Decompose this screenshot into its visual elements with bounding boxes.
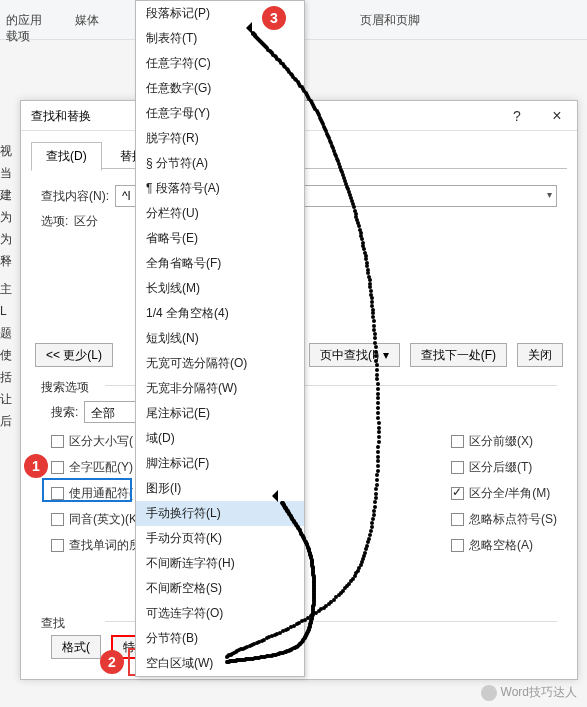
menu-item-nonbreak-hyphen[interactable]: 不间断连字符(H)	[136, 551, 304, 576]
wechat-icon	[481, 685, 497, 701]
menu-item-endnote[interactable]: 尾注标记(E)	[136, 401, 304, 426]
check-match-prefix[interactable]: 区分前缀(X)	[451, 431, 557, 451]
ribbon-label-addins: 载项	[6, 28, 30, 45]
menu-item-optional-break[interactable]: 无宽可选分隔符(O)	[136, 351, 304, 376]
menu-item-section-break[interactable]: 分节符(B)	[136, 626, 304, 651]
menu-item-manual-line-break[interactable]: 手动换行符(L)	[136, 501, 304, 526]
menu-item-any-letter[interactable]: 任意字母(Y)	[136, 101, 304, 126]
menu-item-any-digit[interactable]: 任意数字(G)	[136, 76, 304, 101]
check-all-forms[interactable]: 查找单词的所	[51, 535, 141, 555]
check-ignore-punct[interactable]: 忽略标点符号(S)	[451, 509, 557, 529]
menu-item-ellipsis[interactable]: 省略号(E)	[136, 226, 304, 251]
less-button[interactable]: << 更少(L)	[35, 343, 113, 367]
close-button[interactable]: ×	[537, 101, 577, 131]
menu-item-caret[interactable]: 脱字符(R)	[136, 126, 304, 151]
menu-item-footnote[interactable]: 脚注标记(F)	[136, 451, 304, 476]
watermark-text: Word技巧达人	[501, 684, 577, 701]
dialog-title: 查找和替换	[31, 108, 91, 125]
cancel-button[interactable]: 关闭	[517, 343, 563, 367]
find-group-label: 查找	[41, 615, 65, 632]
menu-item-em-dash[interactable]: 长划线(M)	[136, 276, 304, 301]
options-label: 选项:	[41, 213, 68, 230]
special-format-menu: 段落标记(P) 制表符(T) 任意字符(C) 任意数字(G) 任意字母(Y) 脱…	[135, 0, 305, 677]
ribbon-label-headerfooter: 页眉和页脚	[360, 12, 420, 29]
menu-item-paragraph-char[interactable]: ¶ 段落符号(A)	[136, 176, 304, 201]
menu-item-manual-page-break[interactable]: 手动分页符(K)	[136, 526, 304, 551]
find-content-label: 查找内容(N):	[41, 188, 109, 205]
options-value: 区分	[74, 213, 98, 230]
step-badge-3: 3	[262, 6, 286, 30]
background-text-strip: 视当建为为释 主L题 使括让后	[0, 140, 18, 432]
check-match-suffix[interactable]: 区分后缀(T)	[451, 457, 557, 477]
menu-item-graphic[interactable]: 图形(I)	[136, 476, 304, 501]
search-options-group: 搜索选项	[41, 379, 89, 396]
ribbon-label-apps: 的应用	[6, 12, 42, 29]
search-direction-label: 搜索:	[51, 404, 78, 421]
menu-item-optional-hyphen[interactable]: 可选连字符(O)	[136, 601, 304, 626]
left-options-column: 区分大小写( 全字匹配(Y) 使用通配符( 同音(英文)(K) 查找单词的所	[51, 431, 141, 555]
menu-item-section-char[interactable]: § 分节符(A)	[136, 151, 304, 176]
menu-item-nonbreak-space[interactable]: 不间断空格(S)	[136, 576, 304, 601]
menu-item-en-dash[interactable]: 短划线(N)	[136, 326, 304, 351]
watermark: Word技巧达人	[481, 684, 577, 701]
check-ignore-space[interactable]: 忽略空格(A)	[451, 535, 557, 555]
check-sounds-like[interactable]: 同音(英文)(K)	[51, 509, 141, 529]
right-options-column: 区分前缀(X) 区分后缀(T) 区分全/半角(M) 忽略标点符号(S) 忽略空格…	[451, 431, 557, 555]
menu-item-quarter-em[interactable]: 1/4 全角空格(4)	[136, 301, 304, 326]
check-whole-word[interactable]: 全字匹配(Y)	[51, 457, 141, 477]
tab-find[interactable]: 查找(D)	[31, 142, 102, 171]
reading-highlight-button[interactable]: 页中查找(I) ▾	[309, 343, 400, 367]
ribbon-label-media: 媒体	[75, 12, 99, 29]
format-button[interactable]: 格式(	[51, 635, 101, 659]
check-match-case[interactable]: 区分大小写(	[51, 431, 141, 451]
check-full-half[interactable]: 区分全/半角(M)	[451, 483, 557, 503]
check-use-wildcards[interactable]: 使用通配符(	[51, 483, 141, 503]
menu-item-column-break[interactable]: 分栏符(U)	[136, 201, 304, 226]
step-badge-2: 2	[100, 650, 124, 674]
step-badge-1: 1	[24, 454, 48, 478]
menu-item-field[interactable]: 域(D)	[136, 426, 304, 451]
help-button[interactable]: ?	[497, 101, 537, 131]
menu-item-full-ellipsis[interactable]: 全角省略号(F)	[136, 251, 304, 276]
find-next-button[interactable]: 查找下一处(F)	[410, 343, 507, 367]
menu-item-tab[interactable]: 制表符(T)	[136, 26, 304, 51]
menu-item-nowidth-nonbreak[interactable]: 无宽非分隔符(W)	[136, 376, 304, 401]
